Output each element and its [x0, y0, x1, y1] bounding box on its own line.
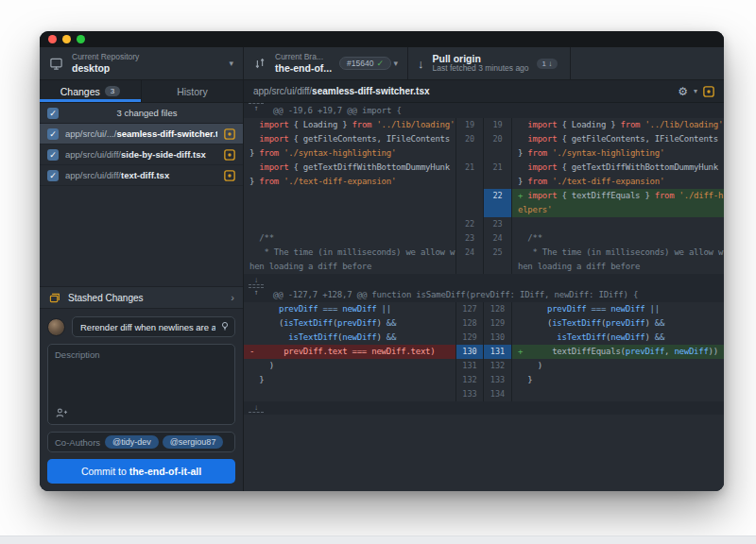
old-code-cell — [244, 189, 455, 203]
ci-check-icon: ✓ — [376, 59, 384, 68]
old-line-number[interactable] — [455, 146, 484, 161]
old-line-number[interactable] — [455, 175, 484, 189]
down-arrow-icon: ↓ — [548, 60, 552, 68]
old-line-number[interactable]: 23 — [455, 231, 484, 246]
old-line-number[interactable]: 21 — [455, 161, 484, 175]
old-code-cell: * The time (in milliseconds) we allow w — [244, 246, 455, 260]
old-line-number[interactable]: 129 — [455, 331, 484, 345]
file-row[interactable]: ✓app/src/ui/.../seamless-diff-switcher.t… — [40, 124, 243, 144]
old-code-cell: isTextDiff(newDiff) && — [244, 331, 455, 345]
pull-origin-button[interactable]: ↓ Pull origin Last fetched 3 minutes ago… — [408, 47, 571, 79]
new-line-number[interactable]: 24 — [484, 231, 512, 246]
expand-up-icon[interactable]: ↑ — [249, 287, 264, 302]
lightbulb-icon[interactable] — [219, 320, 231, 332]
new-line-number[interactable]: 25 — [484, 246, 512, 260]
file-row[interactable]: ✓app/src/ui/diff/text-diff.tsx — [40, 165, 243, 186]
new-line-number[interactable]: 133 — [484, 373, 512, 387]
chevron-down-icon[interactable]: ▾ — [694, 87, 697, 95]
old-line-number[interactable]: 133 — [455, 387, 484, 401]
changed-files-count: 3 changed files — [59, 108, 235, 118]
coauthors-field[interactable]: Co-Authors @tidy-dev@sergiou87 — [47, 432, 235, 452]
chevron-down-icon: ▾ — [393, 59, 398, 68]
new-code-cell: import { getFileContents, IFileContents — [512, 132, 724, 146]
old-line-number[interactable]: 132 — [455, 373, 484, 387]
file-row[interactable]: ✓app/src/ui/diff/side-by-side-diff.tsx — [40, 144, 243, 165]
diff-row: - prevDiff.text === newDiff.text)130131+… — [244, 345, 724, 359]
changes-history-tabs: Changes 3 History — [40, 80, 243, 103]
branch-selector[interactable]: Current Bra... the-end-of... #15640 ✓ ▾ — [244, 47, 408, 79]
old-line-number[interactable]: 128 — [455, 316, 484, 331]
new-line-number[interactable]: 129 — [484, 316, 512, 331]
new-line-number[interactable]: 20 — [484, 132, 512, 146]
repository-selector[interactable]: Current Repository desktop ▾ — [40, 47, 244, 79]
diff-row: 133134 — [244, 387, 724, 401]
coauthor-pills: @tidy-dev@sergiou87 — [105, 435, 223, 449]
expand-row: ↓ — [244, 274, 724, 287]
old-line-number[interactable] — [455, 260, 484, 274]
old-line-number[interactable] — [455, 189, 484, 203]
avatar — [47, 318, 65, 336]
old-line-number[interactable] — [455, 203, 484, 217]
new-code-cell: } — [512, 373, 724, 387]
file-checkbox[interactable]: ✓ — [47, 149, 59, 161]
new-code-cell: /** — [512, 231, 724, 246]
new-line-number[interactable]: 131 — [484, 345, 512, 359]
tab-history[interactable]: History — [142, 80, 243, 102]
file-checkbox[interactable]: ✓ — [47, 128, 59, 140]
pr-badge[interactable]: #15640 ✓ — [339, 57, 391, 70]
old-line-number[interactable]: 130 — [455, 345, 484, 359]
commit-form: Co-Authors @tidy-dev@sergiou87 Commit to… — [40, 309, 243, 491]
expand-up-icon[interactable]: ↑ — [249, 103, 264, 118]
diff-row: import { Loading } from '../lib/loading'… — [244, 118, 724, 132]
diff-row: (isTextDiff(prevDiff) &&128129 (isTextDi… — [244, 316, 724, 331]
new-code-cell: (isTextDiff(prevDiff) && — [512, 316, 724, 331]
diff-row: } from './syntax-highlighting'} from './… — [244, 146, 724, 161]
old-code-cell: } — [244, 373, 455, 387]
select-all-checkbox[interactable]: ✓ — [47, 108, 59, 119]
gear-icon[interactable]: ⚙ — [678, 85, 688, 98]
old-code-cell — [244, 203, 455, 217]
commit-summary-input[interactable] — [72, 316, 235, 337]
new-line-number[interactable]: 128 — [484, 302, 512, 316]
expand-down-icon[interactable]: ↓ — [249, 276, 264, 285]
commit-description-input[interactable] — [55, 349, 228, 407]
stashed-changes-row[interactable]: Stashed Changes › — [40, 286, 243, 309]
commit-button-branch: the-end-of-it-all — [129, 466, 201, 477]
old-line-number[interactable]: 19 — [455, 118, 484, 132]
old-code-cell — [244, 387, 455, 401]
new-line-number[interactable]: 23 — [484, 217, 512, 231]
new-line-number[interactable] — [484, 146, 512, 161]
file-checkbox[interactable]: ✓ — [47, 170, 59, 181]
new-line-number[interactable]: 134 — [484, 387, 512, 401]
changes-count-badge: 3 — [105, 86, 120, 96]
old-line-number[interactable]: 22 — [455, 217, 484, 231]
commit-button[interactable]: Commit to the-end-of-it-all — [47, 459, 235, 484]
close-button[interactable] — [48, 35, 57, 43]
new-line-number[interactable]: 130 — [484, 331, 512, 345]
new-line-number[interactable]: 21 — [484, 161, 512, 175]
file-path: app/src/ui/diff/side-by-side-diff.tsx — [65, 149, 217, 160]
tab-changes[interactable]: Changes 3 — [40, 80, 142, 102]
diff-pane: app/src/ui/diff/seamless-diff-switcher.t… — [244, 80, 724, 491]
add-coauthor-icon[interactable] — [55, 407, 68, 419]
new-line-number[interactable] — [484, 203, 512, 217]
branch-label: Current Bra... — [275, 53, 332, 62]
old-line-number[interactable]: 20 — [455, 132, 484, 146]
new-code-cell: * The time (in milliseconds) we allow w — [512, 246, 724, 260]
old-code-cell: prevDiff === newDiff || — [244, 302, 455, 316]
new-code-cell: hen loading a diff before — [512, 260, 724, 274]
new-code-cell: } from './syntax-highlighting' — [512, 146, 724, 161]
new-line-number[interactable]: 22 — [484, 189, 512, 203]
old-line-number[interactable]: 131 — [455, 359, 484, 373]
expand-down-icon[interactable]: ↓ — [249, 403, 264, 413]
new-line-number[interactable] — [484, 175, 512, 189]
new-line-number[interactable]: 132 — [484, 359, 512, 373]
maximize-button[interactable] — [77, 35, 85, 43]
old-line-number[interactable]: 127 — [455, 302, 484, 316]
minimize-button[interactable] — [62, 35, 71, 43]
new-line-number[interactable]: 19 — [484, 118, 512, 132]
tab-changes-label: Changes — [60, 86, 100, 97]
new-line-number[interactable] — [484, 260, 512, 274]
toolbar: Current Repository desktop ▾ Current Bra… — [40, 47, 724, 80]
old-line-number[interactable]: 24 — [455, 246, 484, 260]
